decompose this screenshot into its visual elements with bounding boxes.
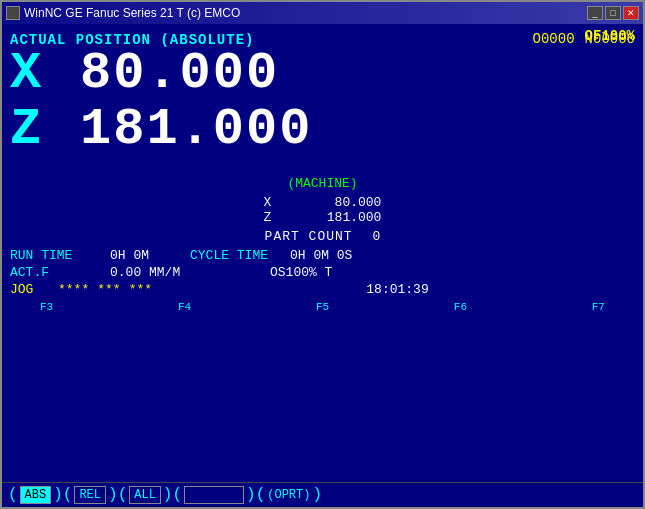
- machine-label: (MACHINE): [10, 176, 635, 191]
- z-axis-row: Z 181.000: [10, 104, 635, 156]
- oprt-button[interactable]: (OPRT): [267, 488, 310, 502]
- machine-x-label: X: [264, 195, 272, 210]
- jog-stars1: ****: [58, 282, 89, 297]
- machine-values: X 80.000 Z 181.000: [10, 195, 635, 225]
- jog-label: JOG: [10, 282, 50, 297]
- os-value: OS100% T: [270, 265, 332, 280]
- app-icon: [6, 6, 20, 20]
- f7-key: F7: [592, 301, 605, 313]
- part-count-label: PART COUNT: [265, 229, 353, 244]
- part-count-value: 0: [373, 229, 381, 244]
- cycle-time-value: 0H 0M 0S: [290, 248, 352, 263]
- f3-key: F3: [40, 301, 53, 313]
- machine-z-label: Z: [264, 210, 272, 225]
- z-axis-value: 181.000: [80, 104, 312, 156]
- jog-stars2: ***: [97, 282, 120, 297]
- window-title: WinNC GE Fanuc Series 21 T (c) EMCO: [24, 6, 240, 20]
- bottom-info: RUN TIME 0H 0M CYCLE TIME 0H 0M 0S ACT.F…: [10, 248, 635, 313]
- main-window: WinNC GE Fanuc Series 21 T (c) EMCO _ □ …: [0, 0, 645, 509]
- run-time-value: 0H 0M: [110, 248, 190, 263]
- abs-button[interactable]: ABS: [20, 486, 52, 504]
- program-o: O0000: [533, 31, 575, 47]
- act-label: ACT.F: [10, 265, 110, 280]
- title-bar: WinNC GE Fanuc Series 21 T (c) EMCO _ □ …: [2, 2, 643, 24]
- part-count-row: PART COUNT 0: [10, 229, 635, 244]
- f5-key: F5: [316, 301, 329, 313]
- bottom-bar: ( ABS )( REL )( ALL )( )( (OPRT) ): [2, 482, 643, 507]
- empty-button: [184, 486, 244, 504]
- all-button[interactable]: ALL: [129, 486, 161, 504]
- machine-section: (MACHINE) X 80.000 Z 181.000: [10, 176, 635, 225]
- maximize-button[interactable]: □: [605, 6, 621, 20]
- act-row: ACT.F 0.00 MM/M OS100% T: [10, 265, 635, 280]
- title-buttons: _ □ ✕: [587, 6, 639, 20]
- z-axis-label: Z: [10, 104, 80, 156]
- f4-key: F4: [178, 301, 191, 313]
- act-value: 0.00 MM/M: [110, 265, 230, 280]
- machine-x-value: 80.000: [301, 195, 381, 210]
- main-content: OF100% ACTUAL POSITION (ABSOLUTE) O0000 …: [2, 24, 643, 507]
- of-value: OF100%: [585, 28, 635, 44]
- f6-key: F6: [454, 301, 467, 313]
- machine-x-row: X 80.000: [10, 195, 635, 210]
- run-time-label: RUN TIME: [10, 248, 110, 263]
- x-axis-value: 80.000: [80, 48, 279, 100]
- x-axis-label: X: [10, 48, 80, 100]
- machine-z-value: 181.000: [301, 210, 381, 225]
- cycle-time-label: CYCLE TIME: [190, 248, 290, 263]
- title-bar-text: WinNC GE Fanuc Series 21 T (c) EMCO: [6, 6, 240, 20]
- rel-button[interactable]: REL: [74, 486, 106, 504]
- time-row: RUN TIME 0H 0M CYCLE TIME 0H 0M 0S: [10, 248, 635, 263]
- minimize-button[interactable]: _: [587, 6, 603, 20]
- x-axis-row: X 80.000: [10, 48, 635, 100]
- jog-row: JOG **** *** *** 18:01:39: [10, 282, 635, 297]
- current-time: 18:01:39: [366, 282, 428, 297]
- fn-keys-row: F3 F4 F5 F6 F7: [10, 301, 635, 313]
- close-button[interactable]: ✕: [623, 6, 639, 20]
- jog-stars3: ***: [129, 282, 152, 297]
- machine-z-row: Z 181.000: [10, 210, 635, 225]
